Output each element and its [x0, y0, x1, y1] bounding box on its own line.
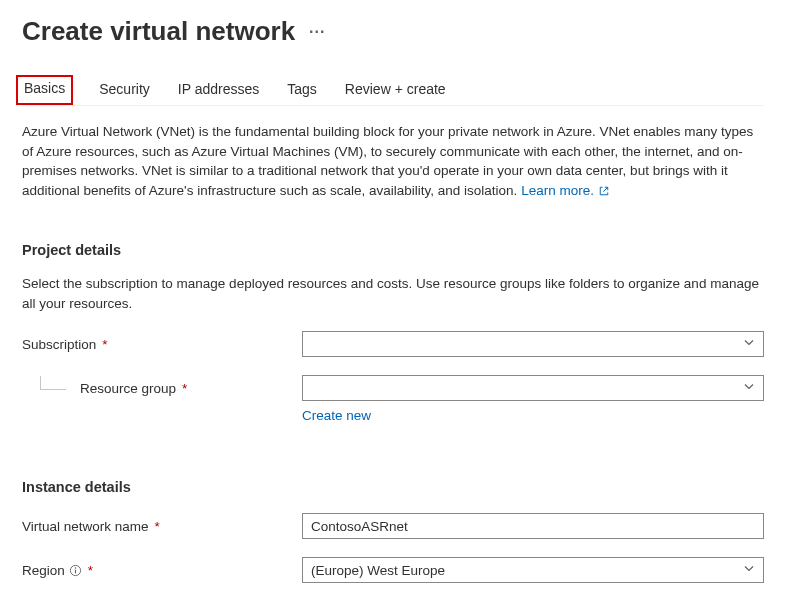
subscription-select[interactable] [302, 331, 764, 357]
resource-group-select[interactable] [302, 375, 764, 401]
subscription-label: Subscription [22, 337, 96, 352]
instance-details-heading: Instance details [22, 479, 764, 495]
vnet-name-label: Virtual network name [22, 519, 149, 534]
region-value: (Europe) West Europe [311, 563, 445, 578]
svg-point-1 [75, 567, 76, 568]
page-title: Create virtual network [22, 16, 295, 47]
subscription-label-col: Subscription * [22, 337, 302, 352]
chevron-down-icon [743, 563, 755, 578]
indent-line [40, 376, 66, 390]
resource-group-row: Resource group * [22, 375, 764, 401]
create-new-row: Create new [302, 407, 764, 423]
tab-basics[interactable]: Basics [16, 75, 73, 105]
chevron-down-icon [743, 381, 755, 396]
learn-more-link[interactable]: Learn more. [521, 183, 610, 198]
required-asterisk: * [88, 563, 93, 578]
tabs-bar: Basics Security IP addresses Tags Review… [22, 77, 764, 106]
intro-paragraph: Azure Virtual Network (VNet) is the fund… [22, 122, 764, 202]
vnet-name-input[interactable] [311, 519, 755, 534]
required-asterisk: * [102, 337, 107, 352]
learn-more-label: Learn more. [521, 183, 594, 198]
tab-ip-addresses[interactable]: IP addresses [176, 77, 261, 105]
project-details-heading: Project details [22, 242, 764, 258]
resource-group-label: Resource group [80, 381, 176, 396]
project-details-subtitle: Select the subscription to manage deploy… [22, 274, 764, 313]
resource-group-label-col: Resource group * [22, 381, 302, 396]
required-asterisk: * [155, 519, 160, 534]
svg-rect-2 [75, 570, 76, 574]
tab-review-create[interactable]: Review + create [343, 77, 448, 105]
intro-text: Azure Virtual Network (VNet) is the fund… [22, 124, 753, 198]
create-new-link[interactable]: Create new [302, 408, 371, 423]
region-label-col: Region * [22, 563, 302, 578]
more-actions-icon[interactable]: ··· [309, 23, 325, 41]
subscription-row: Subscription * [22, 331, 764, 357]
vnet-name-label-col: Virtual network name * [22, 519, 302, 534]
region-select[interactable]: (Europe) West Europe [302, 557, 764, 583]
chevron-down-icon [743, 337, 755, 352]
vnet-name-input-wrapper[interactable] [302, 513, 764, 539]
vnet-name-row: Virtual network name * [22, 513, 764, 539]
external-link-icon [598, 183, 610, 203]
page-title-row: Create virtual network ··· [22, 16, 764, 47]
required-asterisk: * [182, 381, 187, 396]
region-label: Region [22, 563, 65, 578]
region-row: Region * (Europe) West Europe [22, 557, 764, 583]
tab-tags[interactable]: Tags [285, 77, 319, 105]
tab-security[interactable]: Security [97, 77, 152, 105]
info-icon[interactable] [69, 564, 82, 577]
